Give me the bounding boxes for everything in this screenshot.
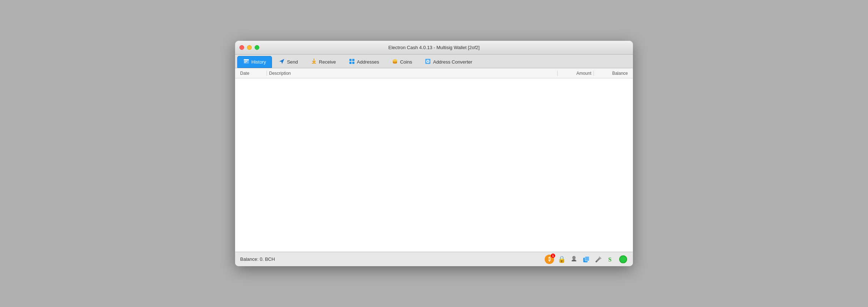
balance-display: Balance: 0. BCH	[240, 256, 275, 262]
tab-history[interactable]: History	[237, 56, 272, 68]
tab-coins[interactable]: Coins	[386, 56, 418, 68]
tab-addresses[interactable]: Addresses	[343, 56, 385, 68]
bitcoin-notification-icon[interactable]: ₿ 1	[545, 255, 554, 264]
tools-icon[interactable]	[594, 255, 603, 264]
svg-text:S: S	[608, 256, 612, 263]
svg-rect-2	[244, 61, 246, 62]
svg-rect-8	[352, 59, 354, 61]
svg-point-18	[596, 261, 597, 262]
svg-rect-1	[244, 59, 249, 60]
lock-icon[interactable]: 🔒	[557, 255, 566, 264]
close-button[interactable]	[239, 45, 244, 50]
tab-receive-label: Receive	[319, 59, 336, 65]
tabbar: History Send Receive	[235, 55, 633, 68]
converter-icon	[425, 59, 431, 65]
svg-rect-17	[585, 256, 589, 261]
svg-rect-4	[244, 62, 246, 63]
history-table-body	[235, 78, 633, 252]
column-description: Description	[267, 71, 558, 76]
green-dot	[619, 255, 627, 263]
svg-rect-9	[349, 62, 352, 64]
tab-coins-label: Coins	[400, 59, 412, 65]
svg-rect-3	[246, 61, 247, 62]
column-balance: Balance	[594, 71, 630, 76]
addresses-icon	[349, 59, 355, 65]
table-header: Date Description Amount Balance	[235, 68, 633, 78]
tab-send-label: Send	[287, 59, 298, 65]
svg-point-11	[393, 59, 397, 61]
statusbar: Balance: 0. BCH ₿ 1 🔒	[235, 252, 633, 266]
tab-address-converter-label: Address Converter	[433, 59, 472, 65]
maximize-button[interactable]	[255, 45, 259, 50]
traffic-lights	[239, 45, 259, 50]
window-title: Electron Cash 4.0.13 - Multisig Wallet […	[388, 45, 480, 50]
tab-addresses-label: Addresses	[357, 59, 379, 65]
svg-rect-10	[352, 62, 354, 64]
titlebar: Electron Cash 4.0.13 - Multisig Wallet […	[235, 41, 633, 55]
notification-badge: 1	[551, 254, 555, 258]
svg-rect-6	[312, 63, 316, 64]
tab-history-label: History	[251, 59, 266, 65]
minimize-button[interactable]	[247, 45, 252, 50]
svg-rect-7	[349, 59, 352, 61]
main-window: Electron Cash 4.0.13 - Multisig Wallet […	[235, 41, 633, 266]
column-amount: Amount	[558, 71, 594, 76]
column-date: Date	[238, 71, 267, 76]
price-icon[interactable]: S	[606, 255, 616, 264]
multisig-icon[interactable]	[582, 255, 591, 264]
tab-send[interactable]: Send	[273, 56, 304, 68]
coins-icon	[392, 59, 398, 65]
svg-rect-15	[572, 260, 576, 261]
svg-marker-5	[279, 59, 284, 64]
tab-address-converter[interactable]: Address Converter	[419, 56, 478, 68]
svg-rect-14	[572, 259, 575, 260]
send-icon	[279, 59, 285, 65]
history-icon	[243, 59, 249, 65]
statusbar-icons: ₿ 1 🔒	[545, 255, 628, 264]
connection-status-icon[interactable]	[618, 255, 628, 264]
stamp-icon[interactable]	[569, 255, 579, 264]
tab-receive[interactable]: Receive	[305, 56, 342, 68]
receive-icon	[311, 59, 317, 65]
